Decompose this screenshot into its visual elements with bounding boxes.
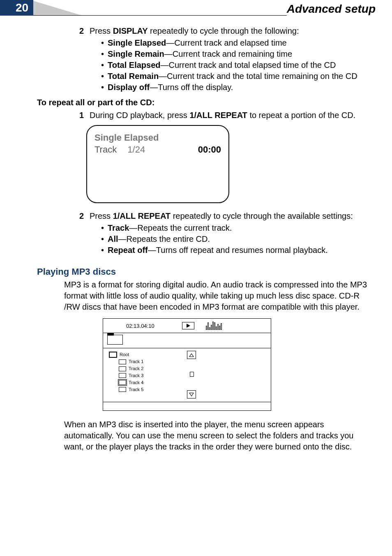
step-text: repeatedly to cycle through the availabl… [171,211,353,220]
scroll-track [190,361,193,389]
tree-track: Track 3 [109,373,181,379]
tree-label: Track 1 [129,359,143,365]
osd-time: 00:00 [198,144,221,156]
mp3-heading: Playing MP3 discs [37,266,367,278]
track-icon [119,373,126,378]
repeat-heading: To repeat all or part of the CD: [37,97,367,108]
header-decoration [33,1,83,16]
osd-screen: Single Elapsed Track 1/24 00:00 [86,125,229,203]
track-icon [119,380,126,385]
list-item: All—Repeats the entire CD. [101,234,367,245]
track-icon [119,366,126,371]
step-text: to repeat a portion of the CD. [247,111,356,120]
equalizer-icon [206,322,222,330]
play-icon [182,322,194,329]
mp3-tree: Root Track 1 Track 2 Track 3 Track 4 Tra… [103,348,184,402]
display-options-list: Single Elapsed—Current track and elapsed… [90,37,367,93]
step-text: Press [90,211,113,220]
folder-tab-icon [107,335,123,345]
scroll-up-icon [187,351,196,359]
osd-track-label: Track [95,144,117,155]
step-repeat-1: 1 During CD playback, press 1/ALL REPEAT… [72,110,367,121]
folder-icon [109,352,117,358]
track-icon [119,387,126,392]
key-repeat: 1/ALL REPEAT [113,211,171,220]
scroll-thumb [190,372,194,377]
track-icon [119,359,126,364]
key-repeat: 1/ALL REPEAT [189,111,247,120]
osd-track-number: 1/24 [127,144,145,155]
page-header: 20 Advanced setup [0,0,392,16]
mp3-scrollbar [184,348,198,402]
repeat-options-list: Track—Repeats the current track. All—Rep… [90,222,367,256]
tree-track: Track 4 [109,380,181,386]
mp3-para-1: MP3 is a format for storing digital audi… [64,279,367,313]
mp3-menu-screen: 02:13.04:10 [103,318,271,411]
step-number: 1 [72,110,84,121]
header-underline [33,15,287,16]
tree-track: Track 5 [109,387,181,393]
tree-root: Root [109,352,181,358]
step-number: 2 [72,211,84,258]
step-text: During CD playback, press [90,111,189,120]
scroll-down-icon [187,390,196,398]
list-item: Repeat off—Turns off repeat and resumes … [101,245,367,256]
step-display: 2 Press DISPLAY repeatedly to cycle thro… [72,25,367,95]
tree-label: Track 3 [129,373,143,379]
list-item: Display off—Turns off the display. [101,82,367,93]
chapter-title: Advanced setup [287,2,392,16]
step-repeat-2: 2 Press 1/ALL REPEAT repeatedly to cycle… [72,211,367,258]
step-text: Press [90,26,113,35]
step-number: 2 [72,25,84,95]
mp3-timestamp: 02:13.04:10 [126,322,175,330]
list-item: Track—Repeats the current track. [101,222,367,234]
key-display: DISPLAY [113,26,148,35]
tree-label: Track 5 [129,387,143,393]
page-number: 20 [0,0,33,16]
list-item: Single Elapsed—Current track and elapsed… [101,37,367,49]
osd-mode: Single Elapsed [95,132,221,144]
tree-label: Track 4 [129,380,143,386]
list-item: Total Elapsed—Current track and total el… [101,60,367,71]
tree-track: Track 2 [109,366,181,372]
list-item: Single Remain—Current track and remainin… [101,49,367,60]
step-text: repeatedly to cycle through the followin… [148,26,299,35]
tree-label: Track 2 [129,366,143,372]
mp3-para-2: When an MP3 disc is inserted into the pl… [64,419,367,452]
tree-track: Track 1 [109,359,181,365]
list-item: Total Remain—Current track and the total… [101,71,367,82]
tree-label: Root [120,352,129,358]
